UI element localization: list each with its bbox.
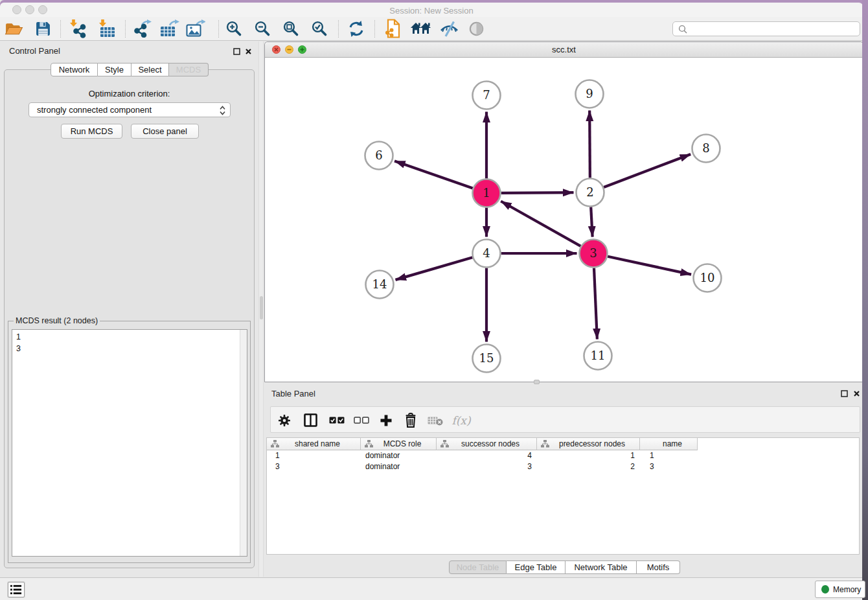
column-header-predecessor-nodes[interactable]: predecessor nodes bbox=[537, 438, 640, 450]
graph-edge-2-9[interactable] bbox=[589, 110, 590, 178]
delete-table-button[interactable] bbox=[427, 407, 444, 433]
table-toolbar: f(x) bbox=[270, 406, 860, 433]
graph-edge-1-6[interactable] bbox=[394, 161, 473, 188]
zoom-out-button[interactable] bbox=[254, 18, 271, 39]
memory-button[interactable]: Memory bbox=[815, 581, 865, 598]
table-cell[interactable]: 1 bbox=[537, 450, 640, 461]
export-image-button[interactable] bbox=[186, 18, 205, 39]
graph-edge-2-3[interactable] bbox=[591, 207, 592, 237]
show-column-panel-button[interactable] bbox=[303, 407, 318, 433]
graph-edge-3-10[interactable] bbox=[608, 257, 691, 275]
app-title: Session: New Session bbox=[0, 6, 863, 16]
graph-edge-1-2[interactable] bbox=[501, 192, 573, 193]
table-cell[interactable]: 1 bbox=[267, 450, 361, 461]
table-tab-motifs[interactable]: Motifs bbox=[637, 560, 680, 574]
table-header-row: shared nameMCDS rolesuccessor nodesprede… bbox=[267, 438, 698, 450]
control-panel-tab-style[interactable]: Style bbox=[98, 63, 131, 76]
toolbar-separator bbox=[338, 20, 339, 38]
export-table-button[interactable] bbox=[160, 18, 179, 39]
document-share-icon bbox=[384, 19, 402, 38]
network-doc-button[interactable] bbox=[384, 18, 402, 39]
export-network-button[interactable] bbox=[133, 18, 152, 39]
zoom-selected-icon bbox=[311, 20, 328, 38]
graph-edge-4-14[interactable] bbox=[395, 257, 472, 280]
control-panel-tab-network[interactable]: Network bbox=[51, 63, 98, 76]
delete-table-icon bbox=[428, 415, 443, 426]
save-session-button[interactable] bbox=[35, 18, 51, 39]
columns-icon bbox=[304, 413, 317, 427]
export-table-icon bbox=[160, 19, 179, 38]
table-cell[interactable]: dominator bbox=[361, 461, 437, 472]
list-icon bbox=[10, 584, 22, 595]
export-image-icon bbox=[186, 19, 205, 38]
toolbar-separator bbox=[60, 20, 61, 38]
table-tab-edge-table[interactable]: Edge Table bbox=[507, 560, 565, 574]
import-network-button[interactable] bbox=[69, 18, 87, 39]
graph-node-label-4: 4 bbox=[483, 246, 490, 260]
table-panel-close-icon[interactable] bbox=[853, 390, 860, 397]
result-scrollbar[interactable] bbox=[240, 330, 247, 556]
mcds-result-title: MCDS result (2 nodes) bbox=[14, 316, 100, 325]
task-history-button[interactable] bbox=[8, 582, 25, 597]
zoom-in-button[interactable] bbox=[225, 18, 243, 39]
control-panel-tab-mcds[interactable]: MCDS bbox=[169, 63, 209, 76]
column-header-successor-nodes[interactable]: successor nodes bbox=[437, 438, 537, 450]
run-mcds-button[interactable]: Run MCDS bbox=[61, 124, 122, 139]
table-settings-button[interactable] bbox=[277, 407, 291, 433]
table-row[interactable]: 3dominator323 bbox=[267, 461, 859, 472]
gear-icon bbox=[279, 415, 290, 426]
graph-edge-2-8[interactable] bbox=[604, 154, 691, 187]
zoom-fit-button[interactable] bbox=[282, 18, 300, 39]
table-cell[interactable]: 3 bbox=[640, 461, 698, 472]
graph-node-label-9: 9 bbox=[586, 87, 593, 100]
houses-icon bbox=[411, 21, 432, 36]
background-right-strip bbox=[862, 0, 868, 600]
table-tab-network-table[interactable]: Network Table bbox=[565, 560, 637, 574]
graph-edge-3-11[interactable] bbox=[594, 268, 597, 339]
home-view-button[interactable] bbox=[411, 18, 432, 39]
table-tab-node-table[interactable]: Node Table bbox=[449, 560, 507, 574]
column-header-name[interactable]: name bbox=[640, 438, 698, 450]
memory-label: Memory bbox=[833, 585, 861, 594]
mcds-result-list[interactable]: 1 3 bbox=[12, 329, 247, 557]
table-cell[interactable]: 3 bbox=[437, 461, 537, 472]
window-resize-handle[interactable] bbox=[534, 380, 540, 384]
control-panel-close-icon[interactable] bbox=[245, 48, 252, 55]
table-panel-float-icon[interactable] bbox=[841, 390, 848, 397]
select-all-columns-button[interactable] bbox=[328, 407, 345, 433]
table-cell[interactable]: 2 bbox=[537, 461, 640, 472]
hide-graphics-details-button[interactable] bbox=[440, 18, 459, 39]
refresh-view-button[interactable] bbox=[347, 18, 365, 39]
graph-edge-3-1[interactable] bbox=[501, 202, 580, 246]
network-window-title: scc.txt bbox=[265, 45, 863, 54]
open-session-button[interactable] bbox=[5, 18, 23, 39]
network-window-titlebar[interactable]: scc.txt bbox=[265, 42, 863, 58]
column-header-shared-name[interactable]: shared name bbox=[267, 438, 361, 450]
table-cell[interactable]: 1 bbox=[640, 450, 698, 461]
birdseye-view-button[interactable] bbox=[468, 18, 485, 39]
optimization-criterion-select[interactable]: strongly connected component bbox=[29, 102, 231, 117]
table-cell[interactable]: 4 bbox=[437, 450, 537, 461]
search-field[interactable] bbox=[672, 21, 860, 36]
trash-icon bbox=[404, 413, 417, 428]
zoom-in-icon bbox=[225, 20, 243, 38]
control-panel-float-icon[interactable] bbox=[233, 48, 240, 55]
create-column-button[interactable] bbox=[379, 407, 393, 433]
unselect-all-columns-button[interactable] bbox=[353, 407, 370, 433]
import-table-button[interactable] bbox=[98, 18, 116, 39]
table-row[interactable]: 1dominator411 bbox=[267, 450, 859, 461]
optimization-criterion-label: Optimization criterion: bbox=[4, 89, 255, 98]
main-toolbar bbox=[0, 17, 863, 41]
table-cell[interactable]: dominator bbox=[361, 450, 437, 461]
zoom-selected-button[interactable] bbox=[311, 18, 328, 39]
memory-status-dot bbox=[821, 585, 829, 594]
column-header-MCDS-role[interactable]: MCDS role bbox=[361, 438, 437, 450]
function-builder-button[interactable]: f(x) bbox=[451, 407, 472, 433]
network-graph-canvas[interactable]: 7968124314101511 bbox=[265, 58, 863, 382]
table-cell[interactable]: 3 bbox=[267, 461, 361, 472]
splitter-handle[interactable] bbox=[260, 296, 263, 319]
close-panel-button[interactable]: Close panel bbox=[131, 124, 199, 139]
control-panel-tab-select[interactable]: Select bbox=[131, 63, 169, 76]
control-panel-tabs: NetworkStyleSelectMCDS bbox=[51, 63, 209, 76]
delete-column-button[interactable] bbox=[404, 407, 418, 433]
